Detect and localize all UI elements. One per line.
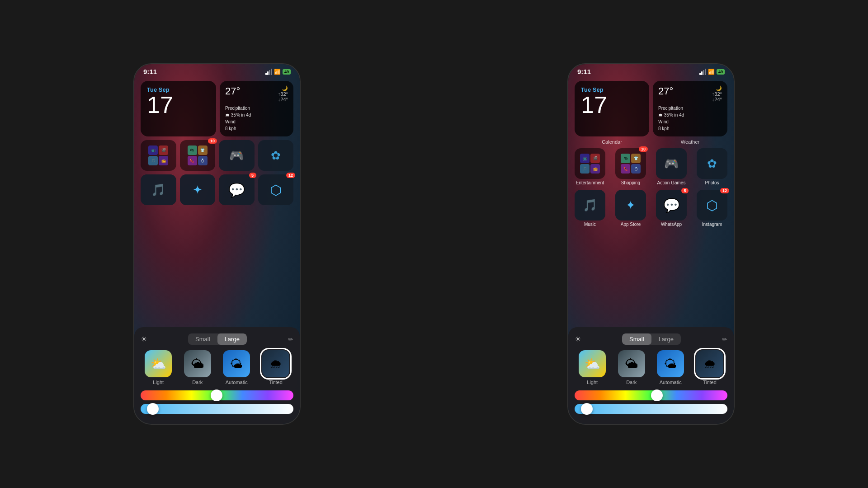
right-whatsapp[interactable]: 5 💬 xyxy=(656,190,687,221)
right-bottom-panel: ☀ Small Large ✏ ⛅ Light xyxy=(568,327,734,424)
right-photos-flower-icon: ✿ xyxy=(697,148,727,179)
left-phone-container: 9:11 📶 49 Tue Sep xyxy=(0,0,434,488)
right-date-num: 17 xyxy=(581,93,643,117)
right-icon-option-auto[interactable]: 🌤 Automatic xyxy=(657,350,684,385)
right-phone: 9:11 📶 49 xyxy=(567,63,735,425)
left-pencil-icon[interactable]: ✏ xyxy=(288,336,293,343)
right-shopping-badge: 10 xyxy=(639,146,648,152)
right-size-toggle: Small Large xyxy=(622,333,681,345)
right-weather-auto-preview: 🌤 xyxy=(657,350,684,377)
right-action-games-labeled: 🎮 Action Games xyxy=(656,148,687,185)
right-date-widget[interactable]: Tue Sep 17 xyxy=(575,81,649,136)
left-app-instagram[interactable]: 12 ⬡ xyxy=(258,174,294,205)
right-icon-img-dark: 🌥 xyxy=(618,350,645,377)
left-rainbow-slider[interactable] xyxy=(141,390,293,400)
left-battery-icon: 49 xyxy=(283,69,291,75)
left-appstore-icon: ✦ xyxy=(180,174,216,205)
right-icon-option-dark[interactable]: 🌥 Dark xyxy=(618,350,645,385)
left-app-whatsapp[interactable]: 5 💬 xyxy=(219,174,255,205)
left-brightness-slider[interactable] xyxy=(141,404,293,414)
right-weather-widget[interactable]: 27° 🌙 ↑32° ↓24° Precipitation 🌧 35% in 4… xyxy=(653,81,727,136)
left-folder-entertainment[interactable]: 📺 🎬 🎵 📻 xyxy=(141,140,176,171)
right-brightness-thumb[interactable] xyxy=(581,403,593,415)
right-photos[interactable]: ✿ xyxy=(697,148,727,179)
left-date-widget[interactable]: Tue Sep 17 xyxy=(141,81,216,136)
left-icon-img-tinted: 🌧 xyxy=(262,350,289,377)
left-size-large[interactable]: Large xyxy=(217,333,247,345)
right-folder-shopping-labeled: 10 🛍 👕 👠 💍 Shopping xyxy=(615,148,646,185)
left-icon-option-auto[interactable]: 🌤 Automatic xyxy=(223,350,250,385)
left-music-icon: 🎵 xyxy=(141,174,176,205)
left-folder-shopping[interactable]: 10 🛍 👕 👠 💍 xyxy=(180,140,216,171)
left-size-small[interactable]: Small xyxy=(188,333,217,345)
left-app-action-games[interactable]: 🎮 xyxy=(219,140,255,171)
right-icon-option-tinted[interactable]: 🌧 Tinted xyxy=(696,350,723,385)
left-color-thumb[interactable] xyxy=(211,389,222,401)
right-brightness-slider[interactable] xyxy=(575,404,727,414)
left-date-num: 17 xyxy=(147,93,210,117)
left-icon-option-tinted[interactable]: 🌧 Tinted xyxy=(262,350,289,385)
right-signal-icon xyxy=(699,69,706,75)
right-photos-label: Photos xyxy=(705,180,719,185)
left-weather-widget[interactable]: 27° 🌙 ↑32° ↓24° Precipitation 🌧 35% in 4… xyxy=(220,81,293,136)
right-folder-app-1: 📺 xyxy=(580,154,590,163)
left-precip-detail: 🌧 35% in 4d xyxy=(225,112,288,118)
left-weather-temp: 27° xyxy=(225,85,240,97)
right-size-large[interactable]: Large xyxy=(651,333,681,345)
right-weather-dark-preview: 🌥 xyxy=(618,350,645,377)
left-whatsapp-icon: 💬 xyxy=(219,174,255,205)
left-brightness-thumb[interactable] xyxy=(147,403,159,415)
right-folder-shopping[interactable]: 10 🛍 👕 👠 💍 xyxy=(615,148,646,179)
left-weather-high: ↑32° xyxy=(278,91,288,97)
left-icon-img-dark: 🌥 xyxy=(184,350,211,377)
left-weather-top: 27° 🌙 ↑32° ↓24° xyxy=(225,85,288,102)
right-precip-detail: 🌧 35% in 4d xyxy=(658,112,722,118)
right-weather-temp: 27° xyxy=(658,85,673,97)
right-color-thumb[interactable] xyxy=(651,389,663,401)
right-sun-icon: ☀ xyxy=(575,335,581,343)
right-pencil-icon[interactable]: ✏ xyxy=(722,336,727,343)
right-icon-img-light: ⛅ xyxy=(579,350,606,377)
left-app-music[interactable]: 🎵 xyxy=(141,174,176,205)
left-app-photos[interactable]: ✿ xyxy=(258,140,294,171)
right-icon-options: ⛅ Light 🌥 Dark 🌤 Automati xyxy=(575,350,727,385)
left-top-widgets: Tue Sep 17 27° 🌙 ↑32° ↓24° xyxy=(141,81,293,136)
right-wifi-icon: 📶 xyxy=(708,69,715,75)
left-widget-area: Tue Sep 17 27° 🌙 ↑32° ↓24° xyxy=(134,77,300,327)
left-app-appstore[interactable]: ✦ xyxy=(180,174,216,205)
right-folder-entertainment-labeled: 📺 🎬 🎵 📻 Entertainment xyxy=(575,148,605,185)
left-phone: 9:11 📶 49 Tue Sep xyxy=(133,63,301,425)
right-folder-shop-1: 🛍 xyxy=(621,154,630,163)
left-icon-option-light[interactable]: ⛅ Light xyxy=(145,350,172,385)
right-shopping-label: Shopping xyxy=(621,180,640,185)
left-weather-light-preview: ⛅ xyxy=(145,350,172,377)
right-app-row-1: 📺 🎬 🎵 📻 Entertainment 10 🛍 xyxy=(575,148,727,185)
left-icon-option-dark[interactable]: 🌥 Dark xyxy=(184,350,211,385)
right-folder-entertainment[interactable]: 📺 🎬 🎵 📻 xyxy=(575,148,605,179)
left-icon-img-light: ⛅ xyxy=(145,350,172,377)
right-whatsapp-label: WhatsApp xyxy=(661,222,682,227)
right-icon-option-light[interactable]: ⛅ Light xyxy=(579,350,606,385)
left-status-time: 9:11 xyxy=(143,68,157,75)
right-rainbow-slider[interactable] xyxy=(575,390,727,400)
right-action-games[interactable]: 🎮 xyxy=(656,148,687,179)
right-status-time: 9:11 xyxy=(577,68,591,75)
right-photos-labeled: ✿ Photos xyxy=(697,148,727,185)
right-phone-content: 9:11 📶 49 xyxy=(568,64,734,424)
right-status-icons: 📶 49 xyxy=(699,69,725,75)
right-folder-app-2: 🎬 xyxy=(590,154,600,163)
right-weather-icon-moon: 🌙 xyxy=(712,85,722,91)
left-icon-label-auto: Automatic xyxy=(226,380,248,385)
left-phone-content: 9:11 📶 49 Tue Sep xyxy=(134,64,300,424)
left-instagram-icon: ⬡ xyxy=(258,174,294,205)
left-weather-dark-preview: 🌥 xyxy=(184,350,211,377)
right-action-games-label: Action Games xyxy=(657,180,686,185)
right-size-small[interactable]: Small xyxy=(622,333,651,345)
right-instagram[interactable]: 12 ⬡ xyxy=(697,190,727,221)
right-music[interactable]: 🎵 xyxy=(575,190,605,221)
right-appstore[interactable]: ✦ xyxy=(615,190,646,221)
right-weather-top: 27° 🌙 ↑32° ↓24° xyxy=(658,85,722,102)
right-whatsapp-badge: 5 xyxy=(681,188,689,193)
left-folder-app-2: 🎬 xyxy=(159,145,168,155)
left-folder-shop-2: 👕 xyxy=(198,145,208,155)
